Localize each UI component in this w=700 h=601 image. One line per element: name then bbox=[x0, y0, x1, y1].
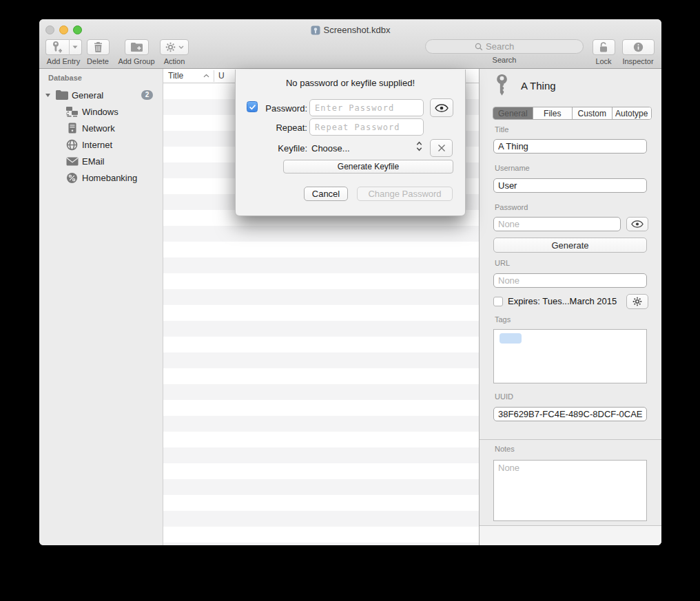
expires-label: Expires: Tues...March 2015 bbox=[508, 296, 617, 306]
document-icon bbox=[311, 25, 320, 35]
keyfile-dropdown[interactable]: Choose... bbox=[311, 143, 350, 154]
globe-icon bbox=[65, 139, 79, 151]
chevron-down-icon bbox=[178, 45, 184, 49]
tab-autotype[interactable]: Autotype bbox=[612, 107, 652, 119]
password-enabled-checkbox[interactable] bbox=[247, 101, 258, 112]
folder-icon bbox=[56, 90, 68, 100]
sidebar-item-label: Windows bbox=[82, 107, 119, 117]
sidebar-item-label: Homebanking bbox=[82, 173, 137, 183]
change-password-button[interactable]: Change Password bbox=[357, 187, 453, 201]
add-entry-button[interactable] bbox=[45, 39, 69, 55]
folder-plus-icon bbox=[131, 43, 143, 52]
change-password-sheet: No password or keyfile supplied! Passwor… bbox=[235, 70, 466, 216]
username-field[interactable] bbox=[493, 178, 647, 193]
tab-files[interactable]: Files bbox=[533, 107, 573, 119]
eye-icon bbox=[631, 220, 644, 228]
title-label: Title bbox=[495, 125, 508, 134]
sidebar-item-internet[interactable]: Internet bbox=[39, 136, 163, 153]
sidebar: Database General 2 Windows bbox=[39, 69, 163, 545]
gear-icon bbox=[165, 42, 176, 52]
inspector-footer bbox=[480, 526, 661, 545]
title-field[interactable] bbox=[493, 139, 647, 154]
inspector-button[interactable] bbox=[622, 39, 655, 55]
action-label: Action bbox=[159, 57, 189, 65]
notes-field[interactable] bbox=[493, 460, 647, 521]
toolbar-item-inspector: Inspector bbox=[620, 39, 656, 65]
lock-label: Lock bbox=[590, 57, 617, 65]
inspector-label: Inspector bbox=[620, 57, 656, 65]
sheet-password-label: Password: bbox=[259, 103, 307, 114]
add-entry-label: Add Entry bbox=[42, 57, 85, 65]
username-label: Username bbox=[495, 164, 530, 172]
reveal-password-button[interactable] bbox=[626, 217, 648, 231]
tab-general[interactable]: General bbox=[493, 107, 533, 119]
divider bbox=[480, 439, 661, 440]
expires-checkbox[interactable] bbox=[493, 297, 503, 306]
notes-label: Notes bbox=[495, 445, 515, 453]
cancel-button[interactable]: Cancel bbox=[304, 187, 348, 201]
tab-custom[interactable]: Custom bbox=[573, 107, 612, 119]
tags-field[interactable] bbox=[493, 329, 647, 383]
toolbar-item-lock: Lock bbox=[590, 39, 617, 65]
sheet-repeat-input[interactable] bbox=[309, 118, 424, 136]
sidebar-item-general[interactable]: General 2 bbox=[39, 87, 163, 103]
expires-settings-button[interactable] bbox=[626, 294, 648, 309]
column-header-username[interactable]: U bbox=[218, 71, 225, 81]
window-title-bar: Screenshot.kdbx bbox=[39, 24, 661, 36]
action-button[interactable] bbox=[160, 39, 189, 55]
search-input[interactable] bbox=[486, 41, 534, 52]
toolbar-item-delete: Delete bbox=[85, 39, 110, 65]
lock-button[interactable] bbox=[593, 39, 615, 55]
tag-token[interactable] bbox=[500, 333, 522, 344]
entry-title: A Thing bbox=[521, 80, 556, 92]
search-field[interactable] bbox=[425, 39, 584, 54]
sheet-password-input[interactable] bbox=[309, 99, 424, 116]
sheet-message: No password or keyfile supplied! bbox=[236, 78, 465, 88]
disclosure-triangle-icon[interactable] bbox=[45, 93, 52, 98]
sidebar-item-windows[interactable]: Windows bbox=[39, 103, 163, 120]
add-group-label: Add Group bbox=[114, 57, 159, 65]
clear-keyfile-button[interactable] bbox=[430, 139, 453, 157]
entry-count-badge: 2 bbox=[141, 90, 153, 100]
sidebar-item-email[interactable]: EMail bbox=[39, 153, 163, 169]
sheet-repeat-label: Repeat: bbox=[259, 123, 307, 133]
generate-password-button[interactable]: Generate bbox=[493, 238, 647, 253]
app-window: Screenshot.kdbx Add Entry bbox=[39, 19, 661, 545]
sidebar-item-homebanking[interactable]: Homebanking bbox=[39, 169, 163, 186]
generate-keyfile-button[interactable]: Generate Keyfile bbox=[283, 160, 453, 173]
info-icon bbox=[633, 42, 644, 52]
chevron-down-icon bbox=[72, 45, 78, 49]
desktop-background: Screenshot.kdbx Add Entry bbox=[0, 0, 700, 601]
open-lock-icon bbox=[599, 42, 608, 53]
eye-icon bbox=[435, 104, 449, 112]
column-divider[interactable] bbox=[214, 70, 214, 82]
url-field[interactable] bbox=[493, 273, 647, 288]
percent-icon bbox=[65, 172, 79, 184]
delete-button[interactable] bbox=[87, 39, 110, 55]
key-icon bbox=[495, 74, 509, 98]
url-label: URL bbox=[495, 259, 510, 267]
check-icon bbox=[249, 103, 256, 111]
password-field[interactable] bbox=[493, 217, 621, 231]
envelope-icon bbox=[65, 157, 79, 166]
toolbar-item-add-entry: Add Entry bbox=[42, 39, 85, 65]
delete-label: Delete bbox=[85, 57, 110, 65]
column-header-title[interactable]: Title bbox=[168, 71, 183, 81]
stepper-icon[interactable] bbox=[416, 141, 422, 151]
sidebar-item-label: EMail bbox=[82, 156, 105, 167]
add-entry-dropdown-button[interactable] bbox=[69, 39, 82, 55]
sidebar-item-label: Internet bbox=[82, 140, 112, 150]
sheet-reveal-password-button[interactable] bbox=[430, 98, 453, 117]
uuid-field[interactable] bbox=[493, 407, 647, 421]
tags-label: Tags bbox=[495, 315, 511, 324]
toolbar-item-add-group: Add Group bbox=[114, 39, 159, 65]
window-title: Screenshot.kdbx bbox=[324, 25, 391, 35]
add-group-button[interactable] bbox=[125, 39, 149, 55]
uuid-label: UUID bbox=[495, 392, 513, 401]
trash-icon bbox=[94, 42, 103, 52]
gear-icon bbox=[632, 297, 642, 306]
close-x-icon bbox=[438, 144, 446, 152]
sidebar-item-network[interactable]: Network bbox=[39, 120, 163, 136]
toolbar-item-action: Action bbox=[159, 39, 189, 65]
sidebar-section-header: Database bbox=[48, 74, 82, 82]
